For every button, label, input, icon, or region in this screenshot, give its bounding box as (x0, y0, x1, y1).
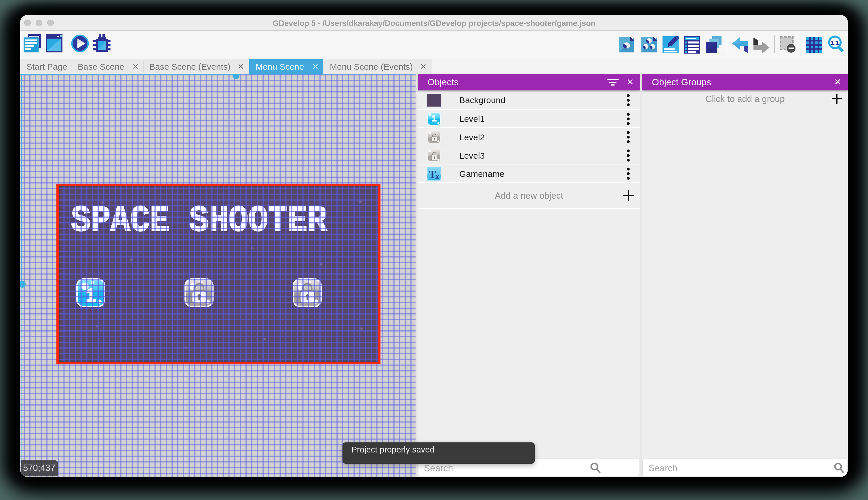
svg-text:1:1: 1:1 (831, 39, 839, 46)
